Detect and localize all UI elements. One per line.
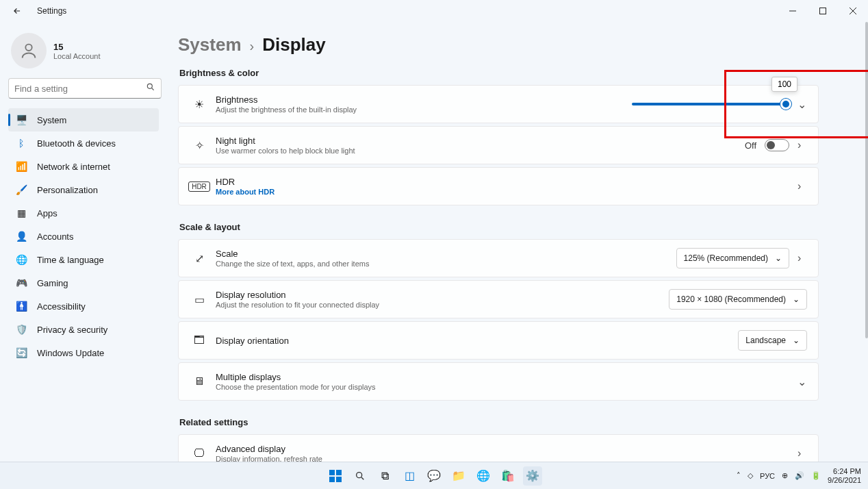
- chevron-down-icon: ⌄: [793, 294, 800, 304]
- svg-point-3: [147, 84, 152, 88]
- multiple-displays-card[interactable]: 🖥 Multiple displays Choose the presentat…: [178, 362, 819, 401]
- advanced-display-card[interactable]: 🖵 Advanced display Display information, …: [178, 434, 819, 462]
- svg-rect-8: [336, 477, 342, 482]
- nav-label: Windows Update: [37, 348, 104, 358]
- scale-title: Scale: [216, 249, 676, 259]
- breadcrumb-parent[interactable]: System: [178, 34, 242, 55]
- resolution-value: 1920 × 1080 (Recommended): [676, 294, 786, 304]
- nav-bluetooth[interactable]: ᛒBluetooth & devices: [8, 131, 159, 155]
- svg-point-2: [25, 45, 31, 51]
- nav-label: Network & internet: [37, 162, 110, 172]
- search-box[interactable]: [8, 78, 162, 99]
- nav-timelang[interactable]: 🌐Time & language: [8, 248, 159, 271]
- accessibility-icon: 🚹: [15, 300, 27, 312]
- nav-accounts[interactable]: 👤Accounts: [8, 225, 159, 248]
- minimize-button[interactable]: [778, 0, 808, 22]
- nav-apps[interactable]: ▦Apps: [8, 201, 159, 225]
- resolution-card[interactable]: ▭ Display resolution Adjust the resoluti…: [178, 280, 819, 318]
- monitor-icon: 🖥️: [15, 114, 27, 126]
- section-brightness-color: Brightness & color: [179, 68, 819, 78]
- chevron-down-icon: ⌄: [775, 253, 782, 263]
- nav-accessibility[interactable]: 🚹Accessibility: [8, 294, 159, 318]
- section-scale-layout: Scale & layout: [179, 222, 819, 232]
- resolution-icon: ▭: [188, 293, 210, 306]
- tray-clock[interactable]: 6:24 PM 9/26/2021: [828, 467, 861, 484]
- globe-icon: 🌐: [15, 253, 27, 266]
- brightness-card[interactable]: ☀ Brightness Adjust the brightness of th…: [178, 85, 819, 123]
- nav-update[interactable]: 🔄Windows Update: [8, 341, 159, 364]
- breadcrumb-current: Display: [262, 34, 326, 55]
- explorer-icon[interactable]: 📁: [449, 466, 468, 486]
- scrollbar[interactable]: [865, 22, 868, 338]
- close-button[interactable]: [838, 0, 868, 22]
- tray-language[interactable]: РУС: [760, 472, 775, 480]
- nav-personalization[interactable]: 🖌️Personalization: [8, 178, 159, 201]
- breadcrumb: System › Display: [178, 34, 819, 55]
- brightness-slider[interactable]: 100: [632, 103, 789, 105]
- taskview-icon[interactable]: ⧉: [375, 466, 394, 486]
- hdr-card[interactable]: HDR HDR More about HDR ›: [178, 167, 819, 205]
- nav-privacy[interactable]: 🛡️Privacy & security: [8, 318, 159, 341]
- chat-icon[interactable]: 💬: [424, 466, 444, 486]
- search-input[interactable]: [14, 84, 146, 94]
- nav-label: Bluetooth & devices: [37, 138, 116, 149]
- advanced-sub: Display information, refresh rate: [216, 455, 797, 462]
- svg-rect-1: [820, 8, 826, 14]
- store-icon[interactable]: 🛍️: [498, 466, 518, 486]
- chevron-right-icon[interactable]: ›: [797, 139, 807, 151]
- brush-icon: 🖌️: [15, 184, 27, 196]
- chevron-right-icon[interactable]: ›: [797, 447, 807, 460]
- tray-location-icon[interactable]: ◇: [748, 471, 753, 480]
- edge-icon[interactable]: 🌐: [474, 466, 493, 486]
- system-tray: ˄ ◇ РУС ⊕ 🔊 🔋 6:24 PM 9/26/2021: [737, 467, 861, 484]
- nav-network[interactable]: 📶Network & internet: [8, 155, 159, 178]
- hdr-title: HDR: [216, 177, 797, 187]
- svg-rect-5: [329, 470, 335, 475]
- section-related: Related settings: [179, 417, 819, 427]
- orientation-icon: 🗔: [188, 334, 210, 347]
- window-title: Settings: [37, 6, 66, 16]
- resolution-dropdown[interactable]: 1920 × 1080 (Recommended)⌄: [669, 289, 807, 310]
- orientation-value: Landscape: [745, 336, 786, 345]
- chevron-down-icon[interactable]: ⌄: [797, 98, 807, 111]
- sun-icon: ☀: [188, 98, 210, 111]
- nightlight-title: Night light: [216, 136, 745, 146]
- nav-label: Time & language: [37, 255, 104, 265]
- search-taskbar-icon[interactable]: [350, 466, 370, 486]
- chevron-right-icon[interactable]: ›: [797, 252, 807, 264]
- widgets-icon[interactable]: ◫: [400, 466, 419, 486]
- chevron-right-icon[interactable]: ›: [797, 180, 807, 192]
- brightness-controls: 100 ⌄: [632, 98, 807, 111]
- nightlight-toggle[interactable]: [765, 139, 789, 151]
- nav-system[interactable]: 🖥️System: [8, 108, 159, 131]
- scale-card[interactable]: ⤢ Scale Change the size of text, apps, a…: [178, 239, 819, 277]
- scale-dropdown[interactable]: 125% (Recommended)⌄: [676, 248, 789, 268]
- tray-date: 9/26/2021: [828, 476, 861, 484]
- nightlight-sub: Use warmer colors to help block blue lig…: [216, 147, 745, 155]
- maximize-button[interactable]: [808, 0, 838, 22]
- nav-gaming[interactable]: 🎮Gaming: [8, 271, 159, 294]
- orientation-card[interactable]: 🗔 Display orientation Landscape⌄: [178, 321, 819, 360]
- account-block[interactable]: 15 Local Account: [11, 33, 164, 68]
- tray-chevron-up-icon[interactable]: ˄: [737, 471, 741, 480]
- person-icon: 👤: [15, 230, 27, 242]
- nav-label: Privacy & security: [37, 325, 107, 335]
- start-button[interactable]: [326, 466, 345, 486]
- nightlight-state: Off: [745, 140, 756, 151]
- night-light-card[interactable]: ✧ Night light Use warmer colors to help …: [178, 126, 819, 164]
- chevron-down-icon[interactable]: ⌄: [797, 375, 807, 388]
- gamepad-icon: 🎮: [15, 277, 27, 289]
- hdr-icon: HDR: [188, 181, 210, 192]
- settings-taskbar-icon[interactable]: ⚙️: [523, 466, 542, 486]
- resolution-sub: Adjust the resolution to fit your connec…: [216, 301, 669, 309]
- tray-volume-icon[interactable]: 🔊: [795, 471, 804, 480]
- hdr-link[interactable]: More about HDR: [216, 188, 797, 196]
- back-button[interactable]: [12, 6, 22, 16]
- slider-thumb[interactable]: [780, 99, 791, 110]
- orientation-dropdown[interactable]: Landscape⌄: [738, 330, 807, 351]
- taskbar-center: ⧉ ◫ 💬 📁 🌐 🛍️ ⚙️: [326, 466, 542, 486]
- chevron-right-icon: ›: [250, 38, 255, 54]
- advanced-title: Advanced display: [216, 444, 797, 454]
- tray-battery-icon[interactable]: 🔋: [811, 471, 821, 480]
- tray-network-icon[interactable]: ⊕: [782, 471, 788, 480]
